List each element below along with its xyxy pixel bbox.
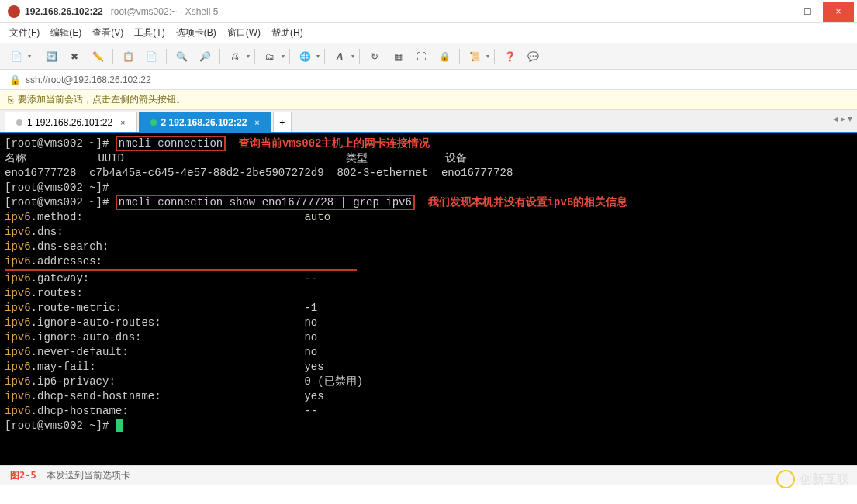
info-bar: ⎘ 要添加当前会话，点击左侧的箭头按钮。 [0,90,857,110]
watermark-text: 创新互联 [800,471,849,488]
window-maximize-button[interactable]: ☐ [792,2,823,22]
paste-icon[interactable]: 📄 [141,47,161,67]
disconnect-icon[interactable]: ✖ [64,47,85,67]
tab-session-1[interactable]: 1 192.168.26.101:22 × [5,112,137,132]
info-arrow-icon[interactable]: ⎘ [8,95,13,105]
tab-status-dot-icon [16,119,22,126]
menu-tabs[interactable]: 选项卡(B) [176,26,216,40]
script-icon[interactable]: 📜 [465,47,485,67]
menu-edit[interactable]: 编辑(E) [50,26,81,40]
status-bar: 图2-5 本发送到当前选项卡 [0,465,857,485]
window-minimize-button[interactable]: — [761,2,792,22]
address-url[interactable]: ssh://root@192.168.26.102:22 [26,74,151,85]
menu-tools[interactable]: 工具(T) [134,26,164,40]
tab-close-icon[interactable]: × [120,118,125,127]
properties-icon[interactable]: 🗂 [260,47,280,67]
tile-icon[interactable]: ▦ [388,47,408,67]
window-title-host: 192.168.26.102:22 [25,6,103,17]
window-titlebar: 192.168.26.102:22 root@vms002:~ - Xshell… [0,0,857,23]
chat-icon[interactable]: 💬 [523,47,543,67]
tab-nav-arrows[interactable]: ◂ ▸ ▾ [833,113,852,124]
menu-file[interactable]: 文件(F) [9,26,40,40]
window-close-button[interactable]: × [823,2,854,22]
refresh-icon[interactable]: ↻ [365,47,385,67]
menu-help[interactable]: 帮助(H) [271,26,303,40]
new-session-icon[interactable]: 📄 [6,47,26,67]
toolbar: 📄▾ 🔄 ✖ ✏️ 📋 📄 🔍 🔎 🖨▾ 🗂▾ 🌐▾ A▾ ↻ ▦ ⛶ 🔒 📜▾… [0,43,857,70]
address-bar: 🔒 ssh://root@192.168.26.102:22 [0,70,857,90]
session-tabbar: 1 192.168.26.101:22 × 2 192.168.26.102:2… [0,110,857,133]
fullscreen-icon[interactable]: ⛶ [411,47,431,67]
zoom-icon[interactable]: 🔎 [195,47,215,67]
window-title-session: root@vms002:~ - Xshell 5 [111,6,219,17]
watermark: 创新互联 [776,470,849,488]
print-icon[interactable]: 🖨 [225,47,245,67]
figure-label: 图2-5 [10,469,36,482]
watermark-logo-icon [776,470,795,488]
tab-label: 2 192.168.26.102:22 [161,117,247,128]
menu-window[interactable]: 窗口(W) [227,26,261,40]
find-icon[interactable]: 🔍 [171,47,192,67]
terminal-output[interactable]: [root@vms002 ~]# nmcli connection 查询当前vm… [0,133,857,465]
status-text: 本发送到当前选项卡 [47,469,130,482]
menu-bar: 文件(F) 编辑(E) 查看(V) 工具(T) 选项卡(B) 窗口(W) 帮助(… [0,23,857,43]
highlight-icon[interactable]: ✏️ [88,47,108,67]
info-text: 要添加当前会话，点击左侧的箭头按钮。 [18,93,185,106]
address-lock-icon: 🔒 [9,74,21,85]
reconnect-icon[interactable]: 🔄 [41,47,61,67]
tab-status-dot-icon [150,119,157,126]
tab-session-2[interactable]: 2 192.168.26.102:22 × [139,112,271,132]
menu-view[interactable]: 查看(V) [92,26,123,40]
tab-label: 1 192.168.26.101:22 [27,117,112,128]
globe-icon[interactable]: 🌐 [295,47,315,67]
tab-add-button[interactable]: + [273,112,292,132]
help-icon[interactable]: ❓ [499,47,520,67]
font-icon[interactable]: A [330,47,350,67]
app-logo-icon [8,5,20,18]
lock-icon[interactable]: 🔒 [434,47,454,67]
tab-close-icon[interactable]: × [254,118,259,127]
copy-icon[interactable]: 📋 [118,47,138,67]
